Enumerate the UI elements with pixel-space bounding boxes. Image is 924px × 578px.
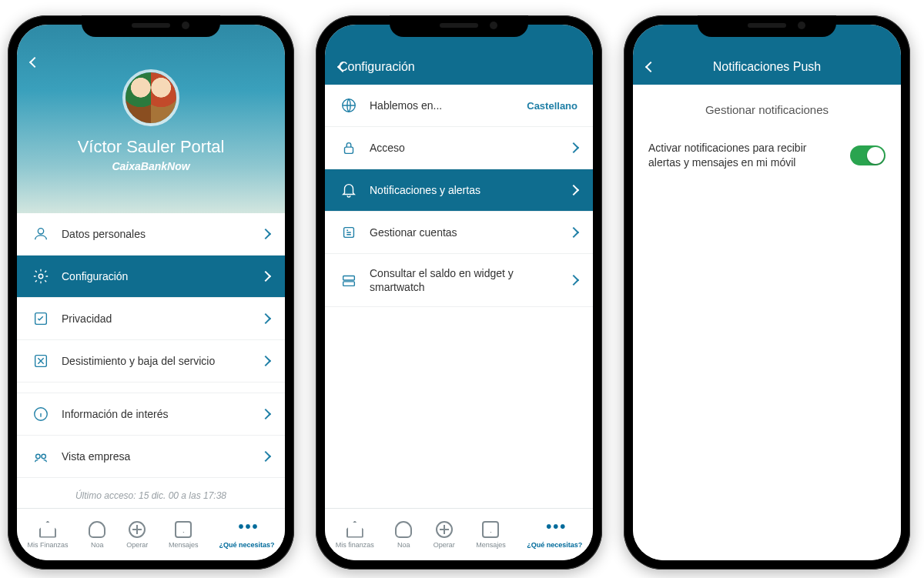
tab-label: Noa [397,541,410,549]
menu-item-info[interactable]: Información de interés [17,393,285,436]
row-widget[interactable]: Consultar el saldo en widget y smartwatc… [325,254,593,307]
menu-item-personal[interactable]: Datos personales [17,213,285,256]
gear-icon [32,268,49,285]
avatar[interactable] [122,69,179,126]
menu-label: Datos personales [62,227,249,241]
svg-point-0 [38,229,43,234]
globe-icon [340,97,357,114]
app-name: CaixaBankNow [17,160,285,172]
profile-menu: Datos personales Configuración Privacida… [17,213,285,508]
chevron-right-icon [568,142,579,152]
tab-finance[interactable]: Mis Finanzas [27,521,68,549]
row-label: Acceso [370,141,557,155]
more-icon: ••• [239,521,256,538]
chevron-left-icon [337,62,348,72]
menu-item-privacy[interactable]: Privacidad [17,298,285,340]
chevron-right-icon [260,270,271,281]
menu-label: Configuración [62,269,249,283]
tab-finance[interactable]: Mis finanzas [336,521,374,549]
plus-icon [129,521,146,538]
accounts-icon [340,224,357,241]
bell-icon [340,182,357,199]
home-icon [346,521,363,538]
person-icon [32,226,49,242]
tab-messages[interactable]: Mensajes [169,521,199,549]
svg-point-5 [36,454,41,459]
mail-icon [482,521,499,538]
tab-label: ¿Qué necesitas? [219,541,275,549]
plus-icon [436,521,453,538]
phone-config: Configuración Hablemos en... Castellano … [316,15,602,570]
screen-profile: Víctor Sauler Portal CaixaBankNow Datos … [17,25,285,560]
push-body: Gestionar notificaciones Activar notific… [633,85,901,560]
chevron-left-icon [645,62,656,72]
page-title: Configuración [339,60,415,74]
chevron-right-icon [260,450,271,461]
tab-label: Operar [126,541,148,549]
chevron-right-icon [568,184,579,195]
tab-label: Operar [434,541,455,549]
tab-label: Mis finanzas [336,541,374,549]
back-button[interactable] [647,60,654,74]
tab-need[interactable]: •••¿Qué necesitas? [219,521,275,549]
phone-notch [82,15,220,37]
last-access: Último acceso: 15 dic. 00 a las 17:38 [17,478,285,508]
tab-noa[interactable]: Noa [395,521,412,549]
row-label: Consultar el saldo en widget y smartwatc… [370,266,557,294]
tab-bar: Mis Finanzas Noa Operar Mensajes •••¿Qué… [17,508,285,560]
menu-item-config[interactable]: Configuración [17,256,285,298]
divider [17,383,285,393]
svg-rect-11 [343,282,355,286]
menu-label: Información de interés [62,407,249,421]
chevron-right-icon [260,228,271,239]
row-notifications[interactable]: Notificaciones y alertas [325,169,593,212]
tab-label: Mensajes [476,541,506,549]
business-icon [32,448,49,465]
screen-push: Notificaciones Push Gestionar notificaci… [633,25,901,560]
menu-item-cancel[interactable]: Desistimiento y baja del servicio [17,340,285,383]
tab-operate[interactable]: Operar [126,521,148,549]
menu-item-business[interactable]: Vista empresa [17,436,285,478]
tab-messages[interactable]: Mensajes [476,521,506,549]
row-label: Notificaciones y alertas [370,183,557,197]
chevron-left-icon [29,57,40,68]
row-label: Gestionar cuentas [370,226,557,239]
screen-config: Configuración Hablemos en... Castellano … [325,25,593,560]
tab-noa[interactable]: Noa [89,521,105,549]
bot-icon [395,521,412,538]
tab-label: ¿Qué necesitas? [527,541,582,549]
phone-notch [390,15,528,37]
phone-notch [698,15,836,37]
config-list: Hablemos en... Castellano Acceso Notific… [325,85,593,508]
row-language[interactable]: Hablemos en... Castellano [325,85,593,127]
page-title: Notificaciones Push [713,60,822,74]
tab-operate[interactable]: Operar [434,521,455,549]
menu-label: Vista empresa [62,449,249,463]
row-label: Hablemos en... [370,99,514,112]
back-button[interactable] [31,55,38,69]
tab-label: Mis Finanzas [27,541,68,549]
toggle-push[interactable]: Activar notificaciones para recibir aler… [633,130,901,181]
row-access[interactable]: Acceso [325,127,593,169]
language-value: Castellano [527,100,578,112]
bot-icon [89,521,105,538]
profile-hero: Víctor Sauler Portal CaixaBankNow [17,25,285,213]
svg-rect-8 [345,147,353,153]
chevron-right-icon [260,312,271,323]
user-name: Víctor Sauler Portal [17,137,285,157]
tab-bar: Mis finanzas Noa Operar Mensajes •••¿Qué… [325,508,593,560]
privacy-icon [32,310,49,327]
tab-need[interactable]: •••¿Qué necesitas? [527,521,582,549]
switch-on-icon[interactable] [850,145,886,165]
back-button[interactable] [339,60,346,74]
menu-label: Privacidad [62,312,249,326]
chevron-right-icon [568,226,579,237]
info-icon [32,406,49,423]
chevron-right-icon [568,275,579,286]
row-accounts[interactable]: Gestionar cuentas [325,212,593,254]
svg-rect-10 [343,276,355,281]
home-icon [39,521,56,538]
cancel-service-icon [32,352,49,369]
chevron-right-icon [260,355,271,366]
menu-label: Desistimiento y baja del servicio [62,354,249,368]
